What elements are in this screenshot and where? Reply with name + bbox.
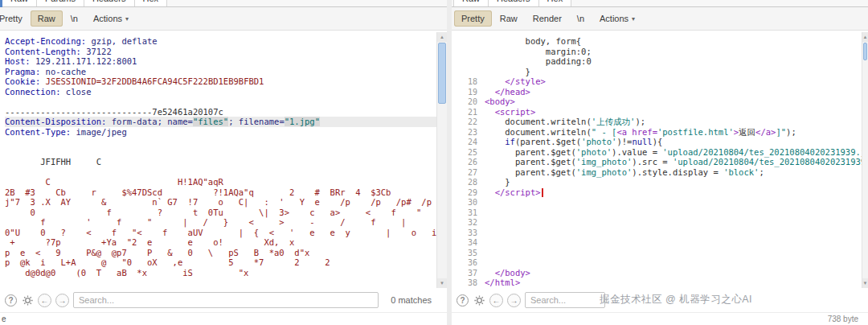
help-icon[interactable]: ? [457,294,469,306]
byte-count: 738 byte [828,315,858,323]
code-line: 30 [455,197,862,208]
next-match-button[interactable]: → [55,294,69,307]
gear-icon[interactable] [21,294,34,306]
code-line: f ' f " | / } < > - / f | [5,217,436,228]
view-chip-raw[interactable]: Raw [493,10,525,27]
gear-icon[interactable] [473,294,485,306]
code-line: 36 [455,257,862,268]
scroll-down-icon[interactable]: ▼ [862,278,868,288]
tab-headers[interactable]: Headers [488,0,539,7]
response-editor[interactable]: body, form{ margin:0; padding:0 }18 </st… [452,32,862,288]
watermark-text: 掘金技术社区 @ 机器学习之心AI [600,293,752,306]
code-line: 23 document.writeln(" - [<a href='postfi… [455,127,862,138]
view-chip-raw[interactable]: Raw [31,10,63,27]
response-view-toolbar: PrettyRawRender\nActions▾ [452,7,868,31]
request-tabstrip: RawParamsHeadersHex [0,0,447,7]
code-line: 34 [455,237,862,248]
code-line: margin:0; [455,47,862,57]
code-line: 27 parent.$get('img_photo').style.displa… [455,167,862,178]
code-line: C H!1AQ"aqR [5,177,436,187]
code-line: d@0d@0 (0 T aB *x iS "x [5,268,436,278]
next-match-button[interactable]: → [507,294,521,307]
code-line [5,97,436,107]
view-chip-n[interactable]: \n [570,10,592,27]
scrollbar-thumb[interactable] [438,43,446,104]
request-statusbar: e [0,312,447,325]
view-chip-actions[interactable]: Actions▾ [592,10,642,27]
code-line: 26 parent.$get('img_photo').src = 'uploa… [455,157,862,167]
code-line [5,167,436,178]
status-text-fragment: e [2,315,6,323]
code-line: 20<body> [455,97,862,107]
tab-hex[interactable]: Hex [538,0,572,7]
tab-params[interactable]: Params [36,0,84,7]
request-view-toolbar: PrettyRaw\nActions▾ [0,7,447,31]
code-line: p e < 9 P&@ @p7 P & 0 \ pS B *a0 d"x [5,248,436,258]
code-line [5,137,436,147]
code-line: Cookie: JSESSIONID=32F2DDB4A6FCA94C5F222… [5,76,436,87]
scroll-up-icon[interactable]: ▲ [862,32,868,42]
tab-raw[interactable]: Raw [2,0,37,7]
code-line: 29 </script> [455,187,862,198]
prev-match-button[interactable]: ← [38,294,51,307]
code-line: Content-Type: image/jpeg [5,127,436,138]
chevron-down-icon: ▾ [632,15,635,23]
request-search-bar: ? ← → 0 matches [0,289,436,311]
tab-raw[interactable]: Raw [453,0,489,7]
code-line: JFIFHH C [5,157,436,167]
code-line: padding:0 [455,56,862,67]
code-line: 19 </head> [455,87,862,97]
help-icon[interactable]: ? [5,294,17,306]
code-line: Content-Length: 37122 [5,47,436,57]
prev-match-button[interactable]: ← [489,294,503,307]
request-editor[interactable]: Accept-Encoding: gzip, deflateContent-Le… [0,32,436,288]
code-line: j"7 3 .X AY & n` G7 !7 o C| : ' Y e /p /… [5,197,436,208]
scroll-down-icon[interactable]: ▼ [437,278,447,288]
watermark: 掘金技术社区 @ 机器学习之心AI [600,293,752,306]
view-chip-n[interactable]: \n [63,10,85,27]
code-line: 18 </style> [455,76,862,87]
code-line: 24 if(parent.$get('photo')!=null){ [455,137,862,147]
code-line: 0 f ? t 0Tu \| 3> c a> < f " f [5,208,436,218]
request-scrollbar[interactable]: ▲ ▼ [436,32,447,288]
response-scrollbar[interactable]: ▲ ▼ [862,32,868,288]
view-chip-pretty[interactable]: Pretty [0,10,30,27]
response-statusbar: 738 byte [452,312,868,325]
code-line: 38</html> [455,278,862,288]
code-line: 28 } [455,177,862,187]
scrollbar-thumb[interactable] [863,43,867,60]
code-line: Connection: close [5,87,436,97]
view-chip-actions[interactable]: Actions▾ [86,10,136,27]
code-line: -----------------------------7e52461a201… [5,107,436,117]
code-line: + ?7p +Ya "2 e e o! Xd, x [5,237,436,248]
code-line: Content-Disposition: form-data; name="fi… [5,117,436,127]
chevron-down-icon: ▾ [125,15,129,23]
window-edge-accent [0,0,2,7]
tab-headers[interactable]: Headers [84,0,135,7]
code-line: } [455,67,862,77]
code-line [5,147,436,158]
code-line: Accept-Encoding: gzip, deflate [5,36,436,47]
code-line: Pragma: no-cache [5,67,436,77]
code-line: 22 document.writeln('上传成功'); [455,117,862,127]
request-panel: RawParamsHeadersHex PrettyRaw\nActions▾ … [0,0,447,325]
code-line: 32 [455,217,862,228]
code-line: 33 [455,228,862,238]
response-tabstrip: RawHeadersHex [452,0,868,7]
code-line: 31 [455,208,862,218]
code-line: 2B #3 Cb r $%47DScd ?!1AQa"q 2 # BRr 4 $… [5,187,436,198]
text-cursor [542,188,543,197]
search-input[interactable] [73,292,379,308]
code-line: body, form{ [455,36,862,47]
code-line: 37 </body> [455,268,862,278]
view-chip-pretty[interactable]: Pretty [454,10,492,27]
view-chip-render[interactable]: Render [526,10,569,27]
code-line: 25 parent.$get('photo').value = 'upload/… [455,147,862,158]
code-line: 35 [455,248,862,258]
response-panel: RawHeadersHex PrettyRawRender\nActions▾ … [452,0,868,325]
scroll-up-icon[interactable]: ▲ [437,32,447,42]
tab-hex[interactable]: Hex [134,0,168,7]
code-line: 21 <script> [455,107,862,117]
search-input[interactable] [525,292,605,308]
code-line: Host: 129.211.171.122:8001 [5,56,436,67]
